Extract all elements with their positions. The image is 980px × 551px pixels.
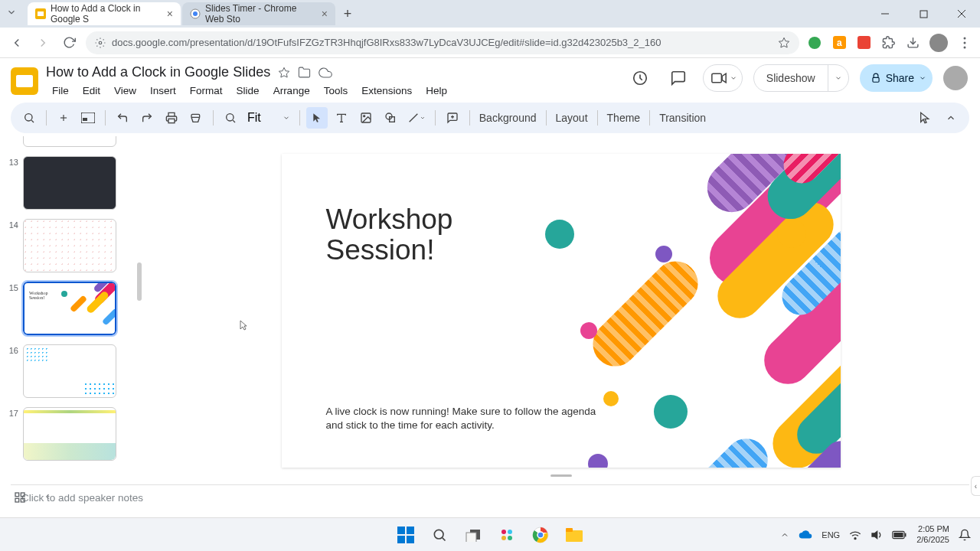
slide-thumbnail-selected[interactable]: WorkshopSession! <box>23 282 116 335</box>
slide-thumbnail[interactable] <box>23 344 116 398</box>
pointer-mode-icon[interactable] <box>914 107 936 129</box>
notifications-icon[interactable] <box>959 529 971 541</box>
decorative-shape <box>588 454 608 468</box>
hide-menus-icon[interactable] <box>940 107 962 129</box>
redo-icon[interactable] <box>136 107 158 129</box>
account-avatar[interactable] <box>943 66 968 90</box>
notes-resize-handle[interactable] <box>550 474 572 477</box>
language-indicator[interactable]: ENG <box>822 530 840 540</box>
wifi-icon[interactable] <box>849 530 861 540</box>
line-tool-icon[interactable] <box>404 107 429 129</box>
bookmark-star-icon[interactable] <box>778 37 790 49</box>
slide-body-text[interactable]: A live clock is now running! Make sure t… <box>326 405 609 432</box>
image-tool-icon[interactable] <box>355 107 377 129</box>
task-view-icon[interactable] <box>459 521 487 549</box>
volume-icon[interactable] <box>871 530 883 540</box>
battery-icon[interactable] <box>892 530 907 540</box>
menu-extensions[interactable]: Extensions <box>355 82 418 99</box>
close-window-icon[interactable] <box>949 3 974 24</box>
print-icon[interactable] <box>161 107 182 129</box>
chrome-menu-icon[interactable] <box>957 35 972 51</box>
menu-arrange[interactable]: Arrange <box>267 82 316 99</box>
new-tab-button[interactable]: + <box>337 3 358 24</box>
slide-thumbnail[interactable] <box>23 219 116 272</box>
theme-button[interactable]: Theme <box>604 112 644 124</box>
slide-title[interactable]: Workshop Session! <box>326 204 453 266</box>
extension-icon[interactable] <box>856 35 871 51</box>
search-menus-icon[interactable] <box>18 107 40 129</box>
slideshow-dropdown[interactable] <box>828 65 848 91</box>
onedrive-icon[interactable] <box>799 530 812 540</box>
history-icon[interactable] <box>626 64 654 92</box>
menu-file[interactable]: File <box>46 82 75 99</box>
shape-tool-icon[interactable] <box>380 107 401 129</box>
extension-icon[interactable] <box>807 35 822 51</box>
move-folder-icon[interactable] <box>298 66 311 79</box>
start-icon[interactable] <box>392 521 420 549</box>
maximize-icon[interactable] <box>911 3 936 24</box>
url-input[interactable]: docs.google.com/presentation/d/19OtFufsI… <box>86 31 799 54</box>
menu-view[interactable]: View <box>108 82 142 99</box>
zoom-icon[interactable] <box>220 107 241 129</box>
tray-chevron-icon[interactable] <box>780 530 789 540</box>
svg-point-55 <box>508 536 512 540</box>
background-button[interactable]: Background <box>476 112 540 124</box>
decorative-shape <box>603 391 619 406</box>
select-tool-icon[interactable] <box>306 107 328 129</box>
slack-icon[interactable] <box>493 521 521 549</box>
reload-icon[interactable] <box>60 34 78 52</box>
slide-thumbnail[interactable] <box>23 407 116 461</box>
new-slide-layout-icon[interactable] <box>77 107 99 129</box>
site-info-icon[interactable] <box>95 37 106 48</box>
file-explorer-icon[interactable] <box>560 521 588 549</box>
search-icon[interactable] <box>426 521 453 549</box>
collapse-filmstrip-icon[interactable] <box>43 491 52 504</box>
grid-view-icon[interactable] <box>14 491 26 504</box>
slide-thumbnail[interactable] <box>23 136 116 147</box>
close-icon[interactable]: × <box>167 8 173 20</box>
browser-tab-active[interactable]: How to Add a Clock in Google S × <box>28 2 181 25</box>
menu-help[interactable]: Help <box>420 82 453 99</box>
comment-tool-icon[interactable] <box>442 107 463 129</box>
minimize-icon[interactable] <box>873 3 897 24</box>
extension-icon[interactable]: a <box>831 35 847 51</box>
transition-button[interactable]: Transition <box>656 112 709 124</box>
slide-thumbnail[interactable] <box>23 156 116 210</box>
slides-logo-icon[interactable] <box>11 67 38 95</box>
menu-format[interactable]: Format <box>184 82 229 99</box>
menu-tools[interactable]: Tools <box>318 82 354 99</box>
star-icon[interactable] <box>278 67 290 79</box>
tab-search-icon[interactable] <box>6 7 20 21</box>
forward-icon[interactable] <box>34 34 52 52</box>
downloads-icon[interactable] <box>905 35 920 51</box>
paint-format-icon[interactable] <box>185 107 207 129</box>
speaker-notes[interactable]: Click to add speaker notes <box>11 484 969 510</box>
zoom-select[interactable]: Fit <box>244 111 293 125</box>
profile-avatar[interactable] <box>929 34 948 52</box>
new-slide-icon[interactable] <box>53 107 74 129</box>
filmstrip[interactable]: 13 14 15 WorkshopSession! 16 <box>0 136 142 484</box>
menu-slide[interactable]: Slide <box>230 82 266 99</box>
slide-canvas[interactable]: Workshop Session! A live clock is now ru… <box>282 154 841 468</box>
canvas-area[interactable]: Workshop Session! A live clock is now ru… <box>142 136 980 484</box>
close-icon[interactable]: × <box>322 8 328 20</box>
svg-point-48 <box>434 530 443 539</box>
document-title[interactable]: How to Add a Clock in Google Slides <box>46 64 270 80</box>
cloud-status-icon[interactable] <box>318 66 332 80</box>
extensions-puzzle-icon[interactable] <box>880 35 896 51</box>
slideshow-button[interactable]: Slideshow <box>754 65 828 91</box>
meet-button[interactable] <box>703 64 743 92</box>
browser-tab-inactive[interactable]: Slides Timer - Chrome Web Sto × <box>182 2 335 25</box>
back-icon[interactable] <box>8 34 26 52</box>
comments-icon[interactable] <box>665 64 692 92</box>
svg-point-52 <box>501 530 506 534</box>
share-button[interactable]: Share <box>860 64 933 92</box>
explore-tab[interactable]: ‹ <box>971 476 980 496</box>
chrome-icon[interactable] <box>527 521 554 549</box>
undo-icon[interactable] <box>112 107 133 129</box>
menu-insert[interactable]: Insert <box>144 82 182 99</box>
menu-edit[interactable]: Edit <box>77 82 106 99</box>
layout-button[interactable]: Layout <box>553 112 591 124</box>
clock[interactable]: 2:05 PM 2/6/2025 <box>916 524 949 544</box>
textbox-tool-icon[interactable] <box>331 107 352 129</box>
